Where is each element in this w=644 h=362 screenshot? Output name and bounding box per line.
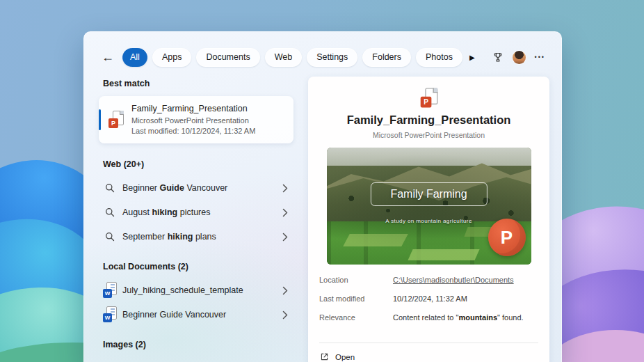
- best-match-header: Best match: [103, 79, 298, 88]
- web-result-item[interactable]: August hiking pictures: [103, 203, 298, 222]
- document-result-label: Beginner Guide Vancouver: [122, 310, 226, 320]
- chevron-right-icon[interactable]: [282, 310, 288, 320]
- tab-all[interactable]: All: [122, 48, 147, 67]
- open-external-icon: [320, 352, 329, 361]
- tab-photos[interactable]: Photos: [416, 48, 462, 67]
- chevron-right-icon[interactable]: [282, 286, 288, 295]
- web-result-label: August hiking pictures: [122, 207, 210, 217]
- selection-accent-bar: [99, 109, 101, 130]
- best-match-modified: Last modified: 10/12/2024, 11:32 AM: [131, 126, 255, 136]
- topbar-right: •••: [492, 51, 545, 64]
- slide-preview-image: Family Farming A study on mountain agric…: [327, 148, 531, 265]
- meta-label: Last modified: [319, 294, 393, 303]
- tab-settings[interactable]: Settings: [307, 48, 357, 67]
- document-result-item[interactable]: W July_hiking_schedule_template: [103, 281, 298, 300]
- meta-label: Location: [319, 276, 393, 284]
- open-button-label: Open: [335, 353, 355, 361]
- images-header: Images (2): [103, 340, 298, 349]
- back-icon[interactable]: ←: [102, 51, 114, 63]
- web-results: Beginner Guide Vancouver August hiking p…: [99, 178, 298, 246]
- meta-row-relevance: Relevance Content related to "mountains"…: [319, 313, 538, 332]
- slide-subtitle: A study on mountain agriculture: [385, 218, 472, 224]
- meta-row-modified: Last modified 10/12/2024, 11:32 AM: [319, 294, 538, 313]
- file-location-link[interactable]: C:\Users\madisonbutler\Documents: [393, 276, 514, 284]
- best-match-type: Microsoft PowerPoint Presentation: [131, 116, 255, 126]
- overflow-menu-icon[interactable]: •••: [535, 54, 545, 61]
- detail-subtitle: Microsoft PowerPoint Presentation: [373, 131, 485, 139]
- chevron-right-icon[interactable]: [282, 208, 288, 217]
- web-result-label: September hiking plans: [122, 232, 216, 242]
- tab-web[interactable]: Web: [265, 48, 302, 67]
- filter-tabs: All Apps Documents Web Settings Folders …: [122, 48, 462, 67]
- file-metadata: Location C:\Users\madisonbutler\Document…: [308, 276, 549, 332]
- more-tabs-icon[interactable]: ▶: [469, 54, 475, 61]
- tab-documents[interactable]: Documents: [196, 48, 259, 67]
- local-documents-header: Local Documents (2): [103, 262, 298, 272]
- best-match-text: Family_Farming_Presentation Microsoft Po…: [131, 104, 255, 136]
- web-result-item[interactable]: Beginner Guide Vancouver: [103, 178, 298, 198]
- web-section-header: Web (20+): [103, 159, 298, 169]
- tab-folders[interactable]: Folders: [362, 48, 411, 67]
- powerpoint-logo-badge: P: [488, 219, 526, 256]
- search-filter-bar: ← All Apps Documents Web Settings Folder…: [83, 31, 562, 68]
- word-file-icon: W: [103, 282, 117, 299]
- chevron-right-icon[interactable]: [282, 233, 288, 242]
- chevron-right-icon[interactable]: [282, 184, 288, 193]
- best-match-item[interactable]: P Family_Farming_Presentation Microsoft …: [99, 96, 293, 143]
- user-avatar[interactable]: [513, 51, 526, 64]
- search-icon: [103, 207, 117, 217]
- web-result-item[interactable]: September hiking plans: [103, 227, 298, 246]
- document-result-label: July_hiking_schedule_template: [122, 285, 243, 295]
- best-match-title: Family_Farming_Presentation: [131, 104, 255, 113]
- meta-label: Relevance: [319, 313, 393, 322]
- meta-value: Content related to "mountains" found.: [393, 313, 524, 322]
- local-document-results: W July_hiking_schedule_template W Beginn…: [99, 281, 298, 324]
- search-icon: [103, 232, 117, 242]
- web-result-label: Beginner Guide Vancouver: [122, 183, 227, 193]
- document-result-item[interactable]: W Beginner Guide Vancouver: [103, 305, 298, 324]
- detail-title: Family_Farming_Presentation: [347, 113, 511, 127]
- word-file-icon: W: [103, 306, 117, 323]
- powerpoint-file-icon: P: [108, 111, 124, 129]
- slide-title: Family Farming: [370, 182, 487, 206]
- meta-row-location: Location C:\Users\madisonbutler\Document…: [319, 276, 538, 294]
- search-icon: [103, 183, 117, 193]
- powerpoint-file-icon-large: P: [420, 88, 437, 108]
- image-results: IMG_1938: [99, 359, 298, 362]
- divider: [319, 343, 538, 343]
- tab-apps[interactable]: Apps: [152, 48, 192, 67]
- rewards-trophy-icon[interactable]: [492, 52, 504, 63]
- detail-panel: P Family_Farming_Presentation Microsoft …: [308, 77, 549, 362]
- open-button[interactable]: Open: [320, 352, 355, 361]
- results-list: Best match P Family_Farming_Presentation…: [99, 79, 298, 362]
- meta-value: 10/12/2024, 11:32 AM: [393, 294, 467, 303]
- search-window: ← All Apps Documents Web Settings Folder…: [83, 31, 562, 362]
- image-result-item[interactable]: IMG_1938: [103, 359, 298, 362]
